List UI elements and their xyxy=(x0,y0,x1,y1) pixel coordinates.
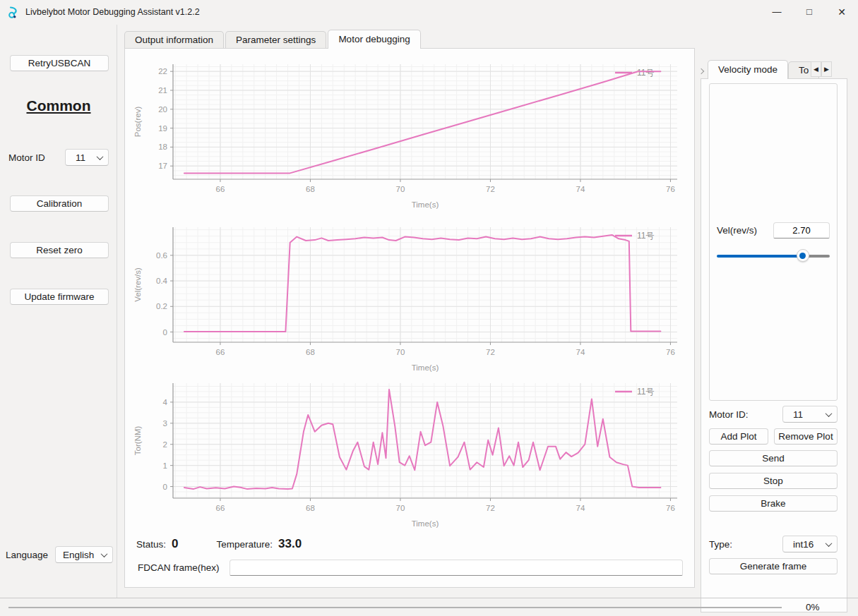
right-control-panel: Velocity mode To ◀ ▶ Vel(rev/s) Motor ID… xyxy=(698,25,847,598)
vel-input[interactable] xyxy=(773,222,830,238)
velocity-chart: 66687072747600.20.40.6Time(s)Vel(rev/s)1… xyxy=(131,217,689,376)
tab-scroll-left-button[interactable]: ◀ xyxy=(811,61,821,77)
svg-text:72: 72 xyxy=(486,185,495,193)
svg-text:Tor(NM): Tor(NM) xyxy=(133,426,142,456)
svg-text:72: 72 xyxy=(486,504,495,512)
torque-chart: 66687072747601234Time(s)Tor(NM)11号 xyxy=(131,373,689,532)
svg-text:70: 70 xyxy=(396,185,405,193)
tab-scroll-right-button[interactable]: ▶ xyxy=(821,61,832,77)
tab-velocity-mode[interactable]: Velocity mode xyxy=(708,60,788,79)
motor-id-label: Motor ID xyxy=(8,152,45,163)
add-plot-button[interactable]: Add Plot xyxy=(709,428,768,445)
svg-text:66: 66 xyxy=(216,185,225,193)
maximize-button[interactable]: □ xyxy=(793,0,826,23)
plot-buttons-row: Add Plot Remove Plot xyxy=(709,428,838,445)
svg-text:66: 66 xyxy=(216,504,225,512)
motor-debugging-pane: 666870727476171819202122Time(s)Pos(rev)1… xyxy=(124,48,695,588)
right-motor-id-label: Motor ID: xyxy=(709,409,749,420)
type-row: Type: int16 xyxy=(709,536,838,552)
language-select[interactable]: English xyxy=(55,546,113,563)
language-label: Language xyxy=(6,550,48,560)
window-title: Livbelybot Motor Debugging Assistant v1.… xyxy=(25,7,200,17)
right-motor-id-value: 11 xyxy=(793,409,803,420)
svg-text:Vel(rev/s): Vel(rev/s) xyxy=(133,267,142,302)
svg-text:0.4: 0.4 xyxy=(156,277,168,285)
svg-text:76: 76 xyxy=(666,185,675,193)
chevron-down-icon xyxy=(97,153,104,160)
temperature-value: 33.0 xyxy=(278,537,302,551)
svg-text:21: 21 xyxy=(158,86,167,95)
svg-text:Pos(rev): Pos(rev) xyxy=(133,107,142,138)
svg-text:70: 70 xyxy=(396,348,405,356)
svg-text:70: 70 xyxy=(396,504,405,512)
reset-zero-button[interactable]: Reset zero xyxy=(10,242,109,258)
right-motor-id-row: Motor ID: 11 xyxy=(709,406,838,423)
chevron-down-icon xyxy=(826,410,833,417)
velocity-slider[interactable] xyxy=(717,249,830,262)
fdcan-frame-input[interactable] xyxy=(230,560,683,576)
svg-text:Time(s): Time(s) xyxy=(412,200,439,209)
svg-text:0.2: 0.2 xyxy=(156,302,167,310)
svg-text:1: 1 xyxy=(163,461,167,470)
splitter-handle[interactable] xyxy=(699,64,706,79)
status-bar: 0% xyxy=(0,598,858,616)
svg-text:0: 0 xyxy=(163,328,167,337)
close-button[interactable]: ✕ xyxy=(826,0,858,23)
fdcan-row: FDCAN frame(hex) xyxy=(138,560,683,576)
fdcan-frame-label: FDCAN frame(hex) xyxy=(138,562,220,573)
tab-output-information[interactable]: Output information xyxy=(124,31,224,49)
tab-parameter-settings[interactable]: Parameter settings xyxy=(225,31,326,49)
brake-button[interactable]: Brake xyxy=(709,495,838,512)
svg-text:11号: 11号 xyxy=(637,68,654,78)
remove-plot-button[interactable]: Remove Plot xyxy=(774,428,838,445)
title-bar: Livbelybot Motor Debugging Assistant v1.… xyxy=(0,0,858,25)
stop-button[interactable]: Stop xyxy=(709,473,838,489)
slider-handle-dot xyxy=(799,253,806,259)
svg-text:0.6: 0.6 xyxy=(156,251,167,260)
calibration-button[interactable]: Calibration xyxy=(10,195,109,212)
app-logo-icon xyxy=(7,6,21,20)
svg-text:68: 68 xyxy=(306,504,315,512)
minimize-button[interactable]: — xyxy=(761,0,793,23)
svg-text:19: 19 xyxy=(158,124,167,133)
chevron-down-icon xyxy=(826,540,833,547)
type-label: Type: xyxy=(709,539,732,550)
motor-id-select[interactable]: 11 xyxy=(65,149,109,166)
generate-frame-button[interactable]: Generate frame xyxy=(709,558,838,574)
common-heading: Common xyxy=(0,97,117,114)
motor-id-value: 11 xyxy=(76,152,85,163)
retry-usbcan-button[interactable]: RetryUSBCAN xyxy=(10,55,109,71)
svg-text:22: 22 xyxy=(158,67,167,76)
tab-motor-debugging[interactable]: Motor debugging xyxy=(328,30,420,49)
svg-text:68: 68 xyxy=(306,185,315,193)
svg-text:2: 2 xyxy=(163,440,167,449)
svg-text:68: 68 xyxy=(306,348,315,356)
slider-track-filled xyxy=(717,255,803,258)
svg-text:3: 3 xyxy=(163,419,167,428)
svg-text:11号: 11号 xyxy=(637,231,654,241)
svg-text:Time(s): Time(s) xyxy=(412,519,439,528)
language-value: English xyxy=(63,550,94,560)
svg-text:74: 74 xyxy=(576,348,585,356)
chevron-right-icon xyxy=(698,68,704,74)
status-row: Status: 0 Temperature: 33.0 xyxy=(136,537,302,551)
velocity-groupbox: Vel(rev/s) xyxy=(709,83,838,401)
main-tab-bar: Output information Parameter settings Mo… xyxy=(124,30,421,49)
svg-text:72: 72 xyxy=(486,348,495,356)
tab-scroll-buttons: ◀ ▶ xyxy=(811,61,832,77)
vel-label: Vel(rev/s) xyxy=(717,225,757,236)
right-motor-id-select[interactable]: 11 xyxy=(782,406,838,423)
svg-text:11号: 11号 xyxy=(637,387,654,397)
progress-percent: 0% xyxy=(806,602,820,612)
send-button[interactable]: Send xyxy=(709,450,838,466)
svg-text:76: 76 xyxy=(666,348,675,356)
svg-text:18: 18 xyxy=(158,143,167,151)
svg-text:74: 74 xyxy=(576,504,585,512)
left-sidebar: RetryUSBCAN Common Motor ID 11 Calibrati… xyxy=(0,25,117,598)
svg-text:0: 0 xyxy=(163,483,167,491)
position-chart: 666870727476171819202122Time(s)Pos(rev)1… xyxy=(131,54,689,213)
type-select[interactable]: int16 xyxy=(782,536,838,552)
slider-handle[interactable] xyxy=(797,249,809,262)
update-firmware-button[interactable]: Update firmware xyxy=(10,289,109,305)
svg-text:66: 66 xyxy=(216,348,225,356)
